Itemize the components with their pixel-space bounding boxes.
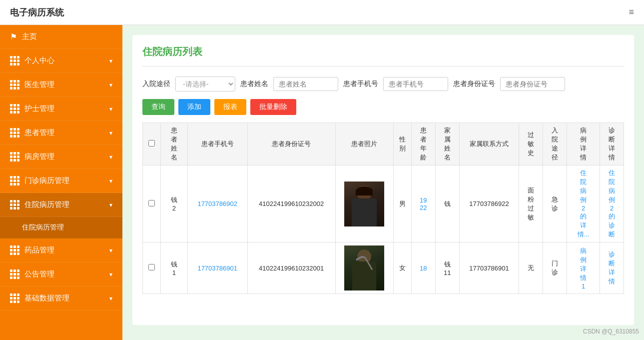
- grid-icon-inpatient: [10, 200, 19, 210]
- menu-toggle-icon[interactable]: ≡: [629, 7, 634, 18]
- table-header-family-name: 家属姓名: [435, 123, 459, 166]
- admission-select[interactable]: -请选择-: [175, 76, 235, 92]
- row1-name: 钱2: [160, 166, 187, 242]
- row2-family-contact: 17703786901: [459, 242, 519, 294]
- row2-name: 钱1: [160, 242, 187, 294]
- row1-checkbox[interactable]: [143, 166, 161, 242]
- table-header-diagnosis: 诊断详情: [600, 123, 624, 166]
- row2-gender: 女: [393, 242, 411, 294]
- row1-family-name: 钱: [435, 166, 459, 242]
- page-card: 住院病历列表 入院途径 -请选择- 患者姓名 患者手机号 患者身份证号 查询 添…: [132, 35, 634, 325]
- row1-diagnosis[interactable]: 住院病例2的诊断: [600, 166, 624, 242]
- table-header-case-detail: 病例详情: [567, 123, 600, 166]
- sidebar-item-nurse[interactable]: 护士管理 ▾: [0, 97, 122, 121]
- sidebar-item-basic[interactable]: 基础数据管理 ▾: [0, 286, 122, 310]
- sidebar-item-inpatient-label: 住院病历管理: [24, 200, 69, 210]
- sidebar-item-ward-label: 病房管理: [24, 152, 54, 162]
- row2-diagnosis[interactable]: 诊断详情: [600, 242, 624, 294]
- grid-icon-personal: [10, 56, 19, 66]
- sidebar-item-outpatient-label: 门诊病历管理: [24, 176, 69, 186]
- batch-delete-button[interactable]: 批量删除: [250, 99, 296, 115]
- sidebar-item-outpatient[interactable]: 门诊病历管理 ▾: [0, 169, 122, 193]
- sidebar-subitem-inpatient-list[interactable]: 住院病历管理: [0, 217, 122, 238]
- chevron-down-icon-medicine: ▾: [109, 247, 112, 254]
- table-header-allergy: 过敏史: [519, 123, 543, 166]
- grid-icon-patient: [10, 128, 19, 138]
- row2-admission: 门诊: [543, 242, 567, 294]
- data-table: 患者姓名 患者手机号 患者身份证号 患者照片 性别 患者年龄 家属姓名 家属联系…: [142, 122, 624, 294]
- patient-name-label: 患者姓名: [240, 80, 268, 88]
- row1-family-contact: 17703786922: [459, 166, 519, 242]
- watermark: CSDN @Q_6310855: [583, 328, 639, 335]
- patient-id-input[interactable]: [500, 77, 565, 91]
- row1-id: 410224199610232002: [247, 166, 335, 242]
- grid-icon-announcement: [10, 270, 19, 279]
- sidebar-item-home-label: 主页: [22, 32, 37, 42]
- query-button[interactable]: 查询: [142, 99, 174, 115]
- row2-allergy: 无: [519, 242, 543, 294]
- add-button[interactable]: 添加: [178, 99, 210, 115]
- row1-phone[interactable]: 17703786902: [187, 166, 247, 242]
- sidebar-item-patient[interactable]: 患者管理 ▾: [0, 121, 122, 145]
- table-header-gender: 性别: [393, 123, 411, 166]
- row1-select[interactable]: [148, 200, 155, 206]
- row2-photo: [335, 242, 393, 294]
- table-header-family-contact: 家属联系方式: [459, 123, 519, 166]
- grid-icon-medicine: [10, 246, 19, 255]
- sidebar-item-home[interactable]: ⚑ 主页: [0, 25, 122, 49]
- chevron-down-icon-announcement: ▾: [109, 271, 112, 278]
- chevron-down-icon-doctor: ▾: [109, 82, 112, 88]
- chevron-down-icon-outpatient: ▾: [109, 178, 112, 184]
- table-header-photo: 患者照片: [335, 123, 393, 166]
- table-header-name: 患者姓名: [160, 123, 187, 166]
- row1-gender: 男: [393, 166, 411, 242]
- table-header-checkbox: [143, 123, 161, 166]
- sidebar-item-inpatient[interactable]: 住院病历管理 ▾: [0, 193, 122, 217]
- patient-name-input[interactable]: [273, 77, 338, 91]
- sidebar-item-ward[interactable]: 病房管理 ▾: [0, 145, 122, 169]
- filter-row: 入院途径 -请选择- 患者姓名 患者手机号 患者身份证号: [142, 76, 624, 92]
- sidebar-item-nurse-label: 护士管理: [24, 104, 54, 114]
- sidebar-item-doctor[interactable]: 医生管理 ▾: [0, 73, 122, 97]
- sidebar-item-announcement-label: 公告管理: [24, 270, 54, 279]
- sidebar-item-announcement[interactable]: 公告管理 ▾: [0, 262, 122, 286]
- row2-id: 410224199610232001: [247, 242, 335, 294]
- grid-icon-nurse: [10, 104, 19, 114]
- patient-phone-label: 患者手机号: [343, 80, 378, 88]
- sidebar-item-doctor-label: 医生管理: [24, 80, 54, 90]
- sidebar: ⚑ 主页 个人中心 ▾: [0, 25, 122, 340]
- chevron-down-icon-patient: ▾: [109, 130, 112, 136]
- admission-label: 入院途径: [142, 80, 170, 88]
- sidebar-item-patient-label: 患者管理: [24, 128, 54, 138]
- row1-allergy: 面粉过敏: [519, 166, 543, 242]
- patient-id-label: 患者身份证号: [453, 80, 495, 88]
- sidebar-item-medicine[interactable]: 药品管理 ▾: [0, 238, 122, 262]
- sidebar-item-personal[interactable]: 个人中心 ▾: [0, 49, 122, 73]
- select-all-checkbox[interactable]: [148, 140, 155, 146]
- grid-icon-doctor: [10, 80, 19, 90]
- row2-phone[interactable]: 17703786901: [187, 242, 247, 294]
- chevron-down-icon-ward: ▾: [109, 154, 112, 160]
- table-row: 钱2 17703786902 410224199610232002 男: [143, 166, 624, 242]
- table-header-admission: 入院途径: [543, 123, 567, 166]
- row1-admission: 急诊: [543, 166, 567, 242]
- report-button[interactable]: 报表: [214, 99, 246, 115]
- row1-age[interactable]: 1922: [411, 166, 435, 242]
- page-title: 住院病历列表: [142, 45, 624, 66]
- table-header-age: 患者年龄: [411, 123, 435, 166]
- row2-select[interactable]: [148, 264, 155, 270]
- action-row: 查询 添加 报表 批量删除: [142, 99, 624, 115]
- patient-phone-input[interactable]: [383, 77, 448, 91]
- table-header-id: 患者身份证号: [247, 123, 335, 166]
- row2-age[interactable]: 18: [411, 242, 435, 294]
- grid-icon-basic: [10, 294, 19, 303]
- chevron-down-icon: ▾: [109, 58, 112, 64]
- row2-checkbox[interactable]: [143, 242, 161, 294]
- sidebar-subitem-inpatient-list-label: 住院病历管理: [22, 223, 64, 231]
- sidebar-item-personal-label: 个人中心: [24, 56, 54, 66]
- row1-case-detail[interactable]: 住院病例2的详情...: [567, 166, 600, 242]
- grid-icon-outpatient: [10, 176, 19, 186]
- main-layout: ⚑ 主页 个人中心 ▾: [0, 25, 644, 340]
- row1-photo: [335, 166, 393, 242]
- row2-case-detail[interactable]: 病例详情1: [567, 242, 600, 294]
